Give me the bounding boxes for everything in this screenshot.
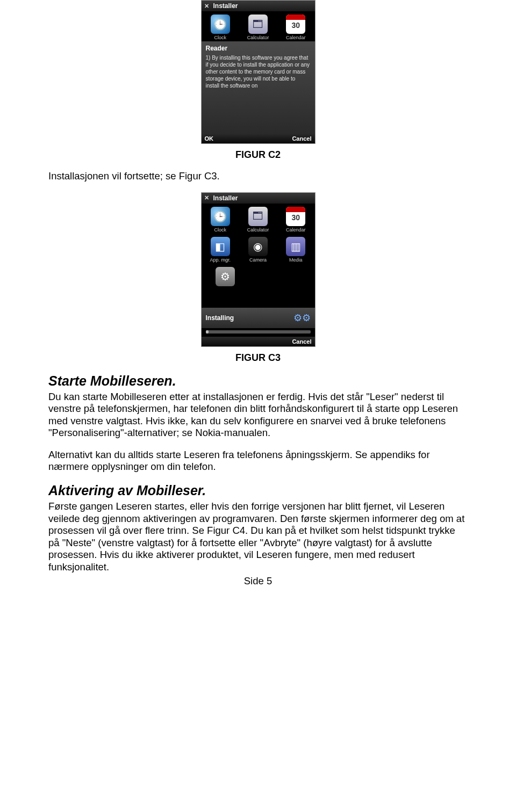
app-icon-row-3: ⚙ bbox=[202, 264, 315, 288]
app-label: Calculator bbox=[247, 35, 269, 40]
section-heading-aktivering: Aktivering av Mobilleser. bbox=[48, 483, 468, 498]
app-app-manager[interactable]: ◧ App. mgr. bbox=[204, 237, 236, 263]
section1-paragraph-1: Du kan starte Mobilleseren etter at inst… bbox=[48, 391, 468, 439]
close-icon[interactable]: ✕ bbox=[204, 195, 210, 201]
app-label: App. mgr. bbox=[210, 257, 231, 263]
app-clock[interactable]: 🕒 Clock bbox=[204, 207, 236, 233]
app-label: Calculator bbox=[247, 227, 269, 233]
clock-icon: 🕒 bbox=[211, 15, 230, 34]
cancel-softkey[interactable]: Cancel bbox=[292, 338, 311, 345]
app-label: Calendar bbox=[286, 35, 306, 40]
reader-dialog-title: Reader bbox=[206, 45, 311, 52]
screenshot-figure-c3: ✕ Installer 🕒 Clock 🗔 Calculator 30 Cale… bbox=[201, 192, 316, 347]
calculator-icon: 🗔 bbox=[248, 207, 268, 226]
installing-label: Installing bbox=[206, 314, 234, 322]
camera-icon: ◉ bbox=[248, 237, 268, 256]
app-calendar[interactable]: 30 Calendar bbox=[280, 15, 312, 40]
ok-softkey[interactable]: OK bbox=[205, 135, 214, 142]
close-icon[interactable]: ✕ bbox=[204, 3, 210, 9]
calculator-icon: 🗔 bbox=[248, 15, 268, 34]
softkey-bar: OK Cancel bbox=[202, 134, 315, 143]
figure-caption-c3: FIGUR C3 bbox=[48, 352, 468, 364]
page-number: Side 5 bbox=[48, 575, 468, 587]
media-icon: ▥ bbox=[286, 237, 305, 256]
app-settings[interactable]: ⚙ bbox=[209, 267, 241, 287]
section2-paragraph-1: Første gangen Leseren startes, eller hvi… bbox=[48, 501, 468, 573]
phone-title: Installer bbox=[213, 194, 238, 202]
app-label: Calendar bbox=[286, 227, 306, 233]
app-label: Clock bbox=[214, 227, 226, 233]
app-calculator[interactable]: 🗔 Calculator bbox=[242, 207, 274, 233]
phone-titlebar: ✕ Installer bbox=[202, 193, 315, 204]
calendar-icon: 30 bbox=[286, 207, 305, 226]
reader-dialog-body: 1) By installing this software you agree… bbox=[206, 54, 311, 89]
paragraph-continue: Installasjonen vil fortsette; se Figur C… bbox=[48, 170, 468, 183]
app-media[interactable]: ▥ Media bbox=[280, 237, 312, 263]
gears-icon: ⚙⚙ bbox=[293, 312, 311, 324]
app-camera[interactable]: ◉ Camera bbox=[242, 237, 274, 263]
phone-titlebar: ✕ Installer bbox=[202, 1, 315, 11]
phone-title: Installer bbox=[213, 2, 238, 10]
app-calculator[interactable]: 🗔 Calculator bbox=[242, 15, 274, 40]
reader-dialog: Reader 1) By installing this software yo… bbox=[202, 41, 315, 134]
screenshot-figure-c2: ✕ Installer 🕒 Clock 🗔 Calculator 30 Cale… bbox=[201, 0, 316, 144]
app-icon-row-1: 🕒 Clock 🗔 Calculator 30 Calendar bbox=[202, 204, 315, 234]
installing-panel: Installing ⚙⚙ bbox=[202, 308, 315, 328]
app-icon-row: 🕒 Clock 🗔 Calculator 30 Calendar bbox=[202, 11, 315, 41]
cancel-softkey[interactable]: Cancel bbox=[292, 135, 311, 142]
figure-caption-c2: FIGUR C2 bbox=[48, 149, 468, 161]
clock-icon: 🕒 bbox=[211, 207, 230, 226]
install-progress-fill bbox=[206, 330, 209, 334]
section1-paragraph-2: Alternativt kan du alltids starte Lesere… bbox=[48, 449, 468, 473]
install-progress-bar bbox=[206, 330, 311, 334]
app-calendar[interactable]: 30 Calendar bbox=[280, 207, 312, 233]
calendar-icon: 30 bbox=[286, 15, 305, 34]
app-label: Media bbox=[289, 257, 303, 263]
app-clock[interactable]: 🕒 Clock bbox=[204, 15, 236, 40]
app-manager-icon: ◧ bbox=[211, 237, 230, 256]
section-heading-start-mobilleser: Starte Mobilleseren. bbox=[48, 373, 468, 389]
app-icon-row-2: ◧ App. mgr. ◉ Camera ▥ Media bbox=[202, 234, 315, 264]
gear-icon: ⚙ bbox=[216, 267, 235, 286]
softkey-bar: Cancel bbox=[202, 337, 315, 346]
app-label: Camera bbox=[249, 257, 267, 263]
app-label: Clock bbox=[214, 35, 226, 40]
